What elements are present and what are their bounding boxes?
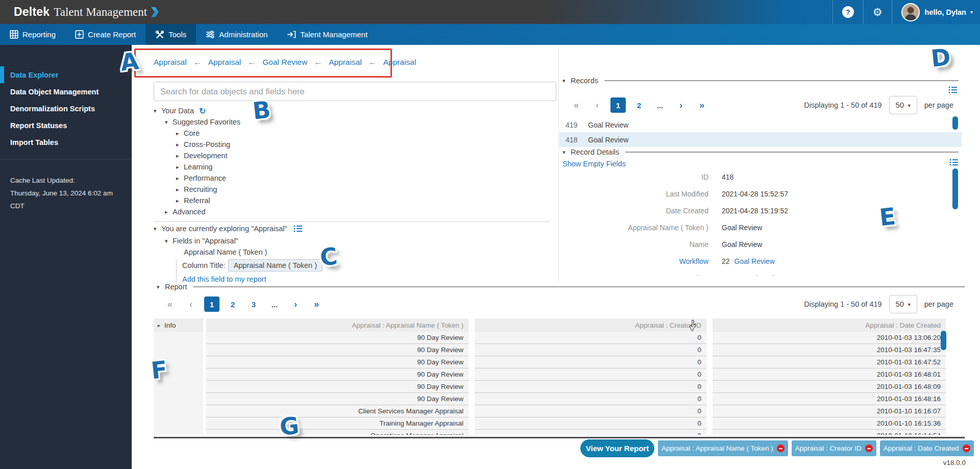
page-button[interactable]: » — [309, 297, 324, 312]
refresh-icon[interactable]: ↻ — [199, 106, 206, 116]
collapse-icon[interactable]: ▾ — [157, 284, 165, 290]
page-button[interactable]: ‹ — [183, 297, 199, 312]
page-button[interactable]: « — [569, 97, 584, 113]
tree-item[interactable]: ▸ Cross-Posting ↻ — [154, 139, 542, 150]
remove-field-icon[interactable] — [777, 445, 785, 452]
nav-item-administration[interactable]: Administration — [196, 24, 277, 45]
list-icon[interactable] — [949, 158, 959, 166]
table-header-row: ▸ Info Appraisal : Appraisal Name ( Toke… — [154, 318, 946, 332]
page-button[interactable]: » — [694, 97, 709, 113]
table-row[interactable]: Operations Manager Appraisal 0 2010-01-1… — [154, 430, 946, 435]
field-link[interactable]: Goal Review — [734, 257, 775, 265]
table-row[interactable]: 90 Day Review 0 2010-01-03 13:06:20 — [154, 332, 946, 344]
table-row[interactable]: Client Services Manager Appraisal 0 2010… — [154, 405, 946, 417]
page-button[interactable]: › — [673, 97, 689, 113]
breadcrumb-part[interactable]: ← — [369, 58, 377, 67]
exploring-header[interactable]: ▾ You are currently exploring "Appraisal… — [154, 225, 303, 233]
add-field-link[interactable]: Add this field to my report — [182, 275, 266, 283]
page-button[interactable]: 2 — [631, 97, 647, 113]
field-name[interactable]: Appraisal Name ( Token ) — [184, 248, 267, 256]
collapse-icon[interactable]: ▾ — [562, 149, 571, 156]
sidebar-item-report-statuses[interactable]: Report Statuses — [0, 117, 132, 134]
view-your-report-button[interactable]: View Your Report — [580, 439, 654, 457]
nav-item-tools[interactable]: Tools — [145, 24, 196, 45]
tree-toggle-icon: ▾ — [165, 119, 173, 126]
table-row[interactable]: 90 Day Review 0 2010-01-03 16:47:35 — [154, 344, 946, 356]
footer-divider — [154, 437, 965, 438]
chevron-down-icon[interactable]: ▾ — [970, 9, 973, 15]
breadcrumb-part[interactable]: ← — [193, 58, 202, 67]
page-button[interactable]: › — [288, 297, 303, 312]
table-row[interactable]: 90 Day Review 0 2010-01-03 16:48:01 — [154, 368, 946, 381]
cell-date-created: 2010-01-10 16:14:54 — [713, 430, 946, 435]
page-button[interactable]: 1 — [204, 297, 219, 312]
column-header-creator-id[interactable]: Appraisal : Creator ID — [475, 318, 706, 332]
breadcrumb-part[interactable]: Appraisal — [208, 58, 241, 67]
tree-item[interactable]: ▸ Recruiting ↻ — [154, 184, 542, 195]
page-size-select[interactable]: 50 ▾ — [889, 96, 917, 114]
page-button[interactable]: ‹ — [590, 97, 605, 113]
breadcrumb-part[interactable]: Appraisal — [383, 58, 416, 67]
breadcrumb-part[interactable]: Appraisal — [329, 58, 362, 67]
table-scrollbar-thumb[interactable] — [941, 331, 946, 350]
tree-item[interactable]: ▾ Suggested Favorites ↻ — [154, 116, 542, 128]
tree-item[interactable]: ▸ Performance ↻ — [154, 172, 542, 184]
column-header-date-created[interactable]: Appraisal : Date Created — [713, 318, 946, 332]
info-column-header[interactable]: ▸ Info — [154, 318, 203, 332]
user-greeting[interactable]: hello, Dylan — [925, 8, 966, 16]
tree-item[interactable]: ▸ Core ↻ — [154, 128, 542, 139]
records-scrollbar-thumb[interactable] — [952, 116, 958, 130]
tree-item[interactable]: ▾ Your Data ↻ — [154, 105, 542, 116]
show-empty-fields-link[interactable]: Show Empty Fields — [562, 160, 626, 168]
report-field-chip[interactable]: Appraisal : Appraisal Name ( Token ) — [658, 440, 788, 456]
remove-field-icon[interactable] — [865, 445, 873, 452]
page-button[interactable]: ... — [267, 297, 282, 312]
table-row[interactable]: Training Manager Appraisal 0 2010-01-10 … — [154, 417, 946, 430]
sidebar-item-data-explorer[interactable]: Data Explorer — [0, 66, 132, 83]
search-input[interactable] — [154, 82, 556, 101]
sidebar-item-denormalization-scripts[interactable]: Denormalization Scripts — [0, 100, 132, 117]
sidebar-item-data-object-management[interactable]: Data Object Management — [0, 83, 132, 100]
field-link[interactable]: Goal Review — [742, 274, 782, 276]
page-size-select[interactable]: 50 ▾ — [889, 295, 917, 313]
report-pagination: «‹123...›» — [162, 296, 330, 312]
tree-item[interactable]: ▸ Advanced ↻ — [154, 206, 542, 217]
tree-item[interactable]: ▸ Referral ↻ — [154, 195, 542, 206]
record-row[interactable]: 418 Goal Review — [559, 132, 962, 147]
page-button[interactable]: 1 — [610, 97, 626, 113]
record-row[interactable]: 419 Goal Review — [559, 117, 962, 132]
help-icon[interactable]: ? — [842, 6, 854, 18]
nav-item-reporting[interactable]: Reporting — [0, 24, 65, 45]
page-button[interactable]: ... — [652, 97, 668, 113]
page-button[interactable]: 3 — [246, 297, 261, 312]
nav-item-talent-management[interactable]: Talent Management — [277, 24, 377, 45]
breadcrumb-part[interactable]: ← — [248, 58, 256, 67]
table-row[interactable]: 90 Day Review 0 2010-01-03 16:47:52 — [154, 356, 946, 368]
table-row[interactable]: 90 Day Review 0 2010-01-03 16:48:09 — [154, 381, 946, 393]
tree-item[interactable]: ▸ Learning ↻ — [154, 161, 542, 172]
page-button[interactable]: 2 — [225, 297, 240, 312]
tree-item[interactable]: ▸ Development ↻ — [154, 150, 542, 161]
numbered-list-icon[interactable] — [948, 86, 958, 94]
gear-icon[interactable]: ⚙ — [873, 7, 883, 17]
sidebar-item-import-tables[interactable]: Import Tables — [0, 134, 132, 151]
remove-field-icon[interactable] — [963, 445, 970, 452]
fields-in-header[interactable]: ▾ Fields in "Appraisal" — [165, 237, 238, 245]
details-scrollbar-thumb[interactable] — [952, 168, 958, 209]
list-icon[interactable] — [293, 225, 303, 233]
breadcrumb-part[interactable]: Goal Review — [262, 58, 307, 67]
page-button[interactable]: « — [162, 297, 178, 312]
column-header-appraisal-name[interactable]: Appraisal : Appraisal Name ( Token ) — [206, 318, 469, 332]
tree-toggle-icon: ▸ — [176, 175, 184, 182]
report-field-chip[interactable]: Appraisal : Creator ID — [792, 440, 876, 456]
field-label: Template — [562, 274, 708, 276]
nav-item-create-report[interactable]: Create Report — [65, 24, 145, 45]
user-avatar[interactable] — [901, 3, 920, 21]
report-display-info: Displaying 1 - 50 of 419 50 ▾ per page — [804, 295, 953, 313]
report-field-chip[interactable]: Appraisal : Date Created — [880, 440, 974, 456]
column-title-input[interactable]: Appraisal Name ( Token ) — [228, 259, 323, 271]
breadcrumb-part[interactable]: ← — [314, 58, 322, 67]
table-row[interactable]: 90 Day Review 0 2010-01-03 16:48:16 — [154, 393, 946, 405]
collapse-icon[interactable]: ▾ — [562, 78, 571, 84]
breadcrumb-part[interactable]: Appraisal — [154, 58, 187, 67]
